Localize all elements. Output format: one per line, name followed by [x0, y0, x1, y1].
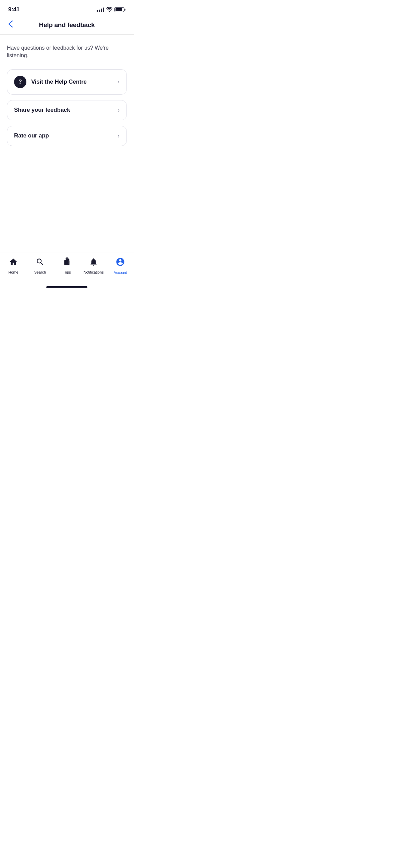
help-centre-item[interactable]: ? Visit the Help Centre ›	[7, 69, 127, 95]
nav-item-trips[interactable]: Trips	[57, 257, 77, 274]
chevron-right-icon: ›	[118, 78, 120, 85]
nav-header: Help and feedback	[0, 17, 134, 35]
help-icon: ?	[14, 76, 26, 88]
page-title: Help and feedback	[39, 21, 95, 29]
share-feedback-label: Share your feedback	[14, 107, 70, 113]
subtitle-text: Have questions or feedback for us? We're…	[7, 44, 127, 60]
back-button[interactable]	[7, 19, 14, 31]
nav-item-account[interactable]: Account	[110, 257, 131, 275]
home-icon	[9, 257, 18, 269]
chevron-right-icon: ›	[118, 132, 120, 140]
trips-icon	[62, 257, 71, 269]
signal-bars-icon	[97, 8, 104, 12]
help-centre-label: Visit the Help Centre	[31, 79, 87, 85]
svg-rect-0	[65, 260, 69, 265]
chevron-right-icon: ›	[118, 107, 120, 114]
battery-icon	[114, 7, 125, 12]
main-content: Have questions or feedback for us? We're…	[0, 35, 134, 253]
nav-label-notifications: Notifications	[84, 270, 104, 274]
home-bar-line	[46, 286, 87, 288]
search-icon	[36, 257, 45, 269]
nav-item-home[interactable]: Home	[3, 257, 24, 274]
wifi-icon	[106, 7, 112, 13]
rate-app-label: Rate our app	[14, 132, 49, 139]
nav-label-trips: Trips	[63, 270, 71, 274]
rate-app-item[interactable]: Rate our app ›	[7, 126, 127, 146]
status-icons	[97, 7, 125, 13]
bell-icon	[89, 257, 98, 269]
status-bar: 9:41	[0, 0, 134, 17]
nav-label-search: Search	[34, 270, 46, 274]
home-bar	[0, 284, 134, 289]
status-time: 9:41	[8, 6, 20, 13]
share-feedback-item[interactable]: Share your feedback ›	[7, 100, 127, 120]
nav-label-home: Home	[9, 270, 19, 274]
nav-item-search[interactable]: Search	[30, 257, 50, 274]
account-icon	[116, 257, 125, 269]
nav-label-account: Account	[113, 270, 127, 275]
bottom-nav: Home Search Trips Notif	[0, 253, 134, 284]
nav-item-notifications[interactable]: Notifications	[83, 257, 104, 274]
